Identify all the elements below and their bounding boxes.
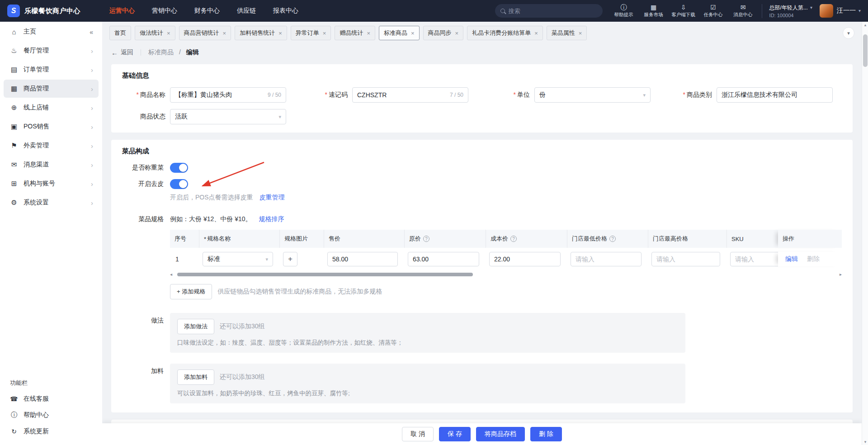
tab[interactable]: 商品同步 [423, 26, 464, 40]
add-image-button[interactable] [283, 252, 297, 266]
org-name: 总部/年轻人第... [769, 4, 808, 12]
tab[interactable]: 菜品属性 [547, 26, 587, 40]
tab-overflow-button[interactable] [843, 27, 854, 39]
sidebar-item[interactable]: ♨ 餐厅管理 [4, 42, 99, 60]
topbar-utility[interactable]: ☑ 任务中心 [698, 4, 728, 18]
topbar-nav-item[interactable]: 运营中心 [109, 7, 135, 15]
sidebar-item[interactable]: ⊕ 线上店铺 [4, 99, 99, 117]
composition-title: 菜品构成 [122, 147, 842, 156]
status-select[interactable]: 活跃 [170, 109, 286, 124]
add-spec-button[interactable]: + 添加规格 [170, 284, 212, 299]
sidebar-item[interactable]: ▦ 商品管理 [4, 80, 99, 98]
tab-close-icon[interactable] [534, 30, 538, 36]
topbar-nav: 运营中心 营销中心 财务中心 供应链 报表中心 [109, 7, 298, 15]
back-button[interactable]: 返回 [111, 48, 133, 57]
tab[interactable]: 做法统计 [135, 26, 175, 40]
topbar-utility[interactable]: ⓘ 帮助提示 [609, 4, 639, 18]
cancel-button[interactable]: 取 消 [402, 427, 434, 441]
vertical-scrollbar [862, 22, 868, 445]
utility-label: 消息中心 [734, 12, 753, 18]
tab-label: 礼品卡消费分账结算单 [472, 29, 531, 37]
topbar-nav-item[interactable]: 报表中心 [273, 7, 298, 15]
user-menu-chevron-icon[interactable] [859, 9, 861, 13]
tab[interactable]: 商品营销统计 [179, 26, 231, 40]
add-addon-button[interactable]: 添加加料 [177, 369, 214, 385]
price-input[interactable] [327, 252, 398, 266]
sidebar: ⌂ 主页 ♨ 餐厅管理 ▤ [0, 22, 102, 445]
topbar-search[interactable] [495, 4, 603, 18]
topbar-nav-item[interactable]: 财务中心 [194, 7, 220, 15]
header-label: 门店最低价格 [572, 235, 607, 243]
tab-label: 异常订单 [296, 29, 319, 37]
spec-sort-link[interactable]: 规格排序 [259, 215, 284, 223]
sidebar-item[interactable]: ✉ 消息渠道 [4, 156, 99, 174]
header-label: 售价 [329, 235, 340, 243]
peel-manage-link[interactable]: 皮重管理 [259, 194, 285, 202]
max-price-input[interactable] [651, 252, 720, 266]
tab-close-icon[interactable] [223, 30, 226, 36]
tab-close-icon[interactable] [411, 30, 415, 36]
sku-input[interactable] [730, 252, 778, 266]
peel-toggle[interactable] [170, 179, 188, 189]
tab-close-icon[interactable] [278, 30, 282, 36]
row-delete-link[interactable]: 删除 [807, 255, 820, 263]
original-price-cell [404, 252, 486, 266]
weigh-toggle[interactable] [170, 163, 188, 173]
sidebar-footer-item[interactable]: ⓘ 帮助中心 [0, 407, 102, 423]
min-price-cell [567, 252, 648, 266]
collapse-sidebar-icon[interactable] [90, 28, 93, 35]
tab-close-icon[interactable] [455, 30, 459, 36]
scroll-right-icon[interactable] [840, 271, 842, 278]
delete-button[interactable]: 删 除 [530, 427, 562, 441]
scroll-left-icon[interactable] [170, 271, 172, 278]
sidebar-item[interactable]: ▤ 订单管理 [4, 61, 99, 79]
sidebar-footer-item[interactable]: ↻ 系统更新 [0, 423, 102, 440]
row-edit-link[interactable]: 编辑 [785, 255, 798, 263]
topbar-utility[interactable]: ▦ 服务市场 [639, 4, 669, 18]
category-input[interactable] [722, 91, 828, 99]
cost-price-input[interactable] [489, 252, 561, 266]
tab-close-icon[interactable] [167, 30, 170, 36]
org-switcher[interactable]: 总部/年轻人第... ID: 100004 [762, 4, 812, 18]
tab-label: 赠品统计 [340, 29, 363, 37]
sidebar-item[interactable]: ⚑ 外卖管理 [4, 137, 99, 155]
archive-button[interactable]: 将商品存档 [476, 427, 525, 441]
action-bar: 取 消 保 存 将商品存档 删 除 [102, 423, 862, 445]
tab[interactable]: 礼品卡消费分账结算单 [467, 26, 543, 40]
spec-name-value: 标准 [208, 255, 265, 263]
tab[interactable]: 异常订单 [291, 26, 331, 40]
topbar-nav-item[interactable]: 供应链 [237, 7, 256, 15]
sidebar-footer-item[interactable]: ☎ 在线客服 [0, 391, 102, 407]
tab[interactable]: 标准商品 [379, 26, 420, 40]
tab-close-icon[interactable] [323, 30, 326, 36]
tab[interactable]: 首页 [109, 26, 131, 40]
search-input[interactable] [509, 8, 597, 14]
tab[interactable]: 加料销售统计 [235, 26, 287, 40]
horizontal-scroll-thumb[interactable] [177, 273, 473, 276]
avatar[interactable] [820, 4, 833, 18]
shorthand-code-input[interactable] [357, 91, 447, 99]
sidebar-item[interactable]: ▣ POS销售 [4, 118, 99, 136]
add-method-button[interactable]: 添加做法 [177, 319, 214, 334]
vertical-scroll-thumb[interactable] [863, 34, 868, 67]
topbar-utility[interactable]: ⇩ 客户端下载 [669, 4, 698, 18]
tab-close-icon[interactable] [367, 30, 370, 36]
unit-select[interactable]: 份 [534, 87, 651, 103]
topbar-nav-item[interactable]: 营销中心 [152, 7, 177, 15]
product-name-input[interactable] [175, 91, 265, 99]
topbar-utility[interactable]: ✉ 消息中心 [728, 4, 758, 18]
save-button[interactable]: 保 存 [439, 427, 471, 441]
sidebar-item[interactable]: ⚙ 系统设置 [4, 194, 99, 212]
spec-name-select[interactable]: 标准 [203, 252, 273, 266]
sidebar-item[interactable]: ⌂ 主页 [4, 23, 99, 41]
scroll-down-icon[interactable] [862, 440, 868, 444]
sidebar-item[interactable]: ⊞ 机构与账号 [4, 175, 99, 193]
info-icon[interactable] [423, 236, 429, 242]
min-price-input[interactable] [571, 252, 642, 266]
scroll-up-icon[interactable] [862, 23, 868, 27]
info-icon[interactable] [510, 236, 517, 242]
original-price-input[interactable] [408, 252, 479, 266]
info-icon[interactable] [609, 236, 616, 242]
tab-close-icon[interactable] [579, 30, 582, 36]
tab[interactable]: 赠品统计 [335, 26, 375, 40]
